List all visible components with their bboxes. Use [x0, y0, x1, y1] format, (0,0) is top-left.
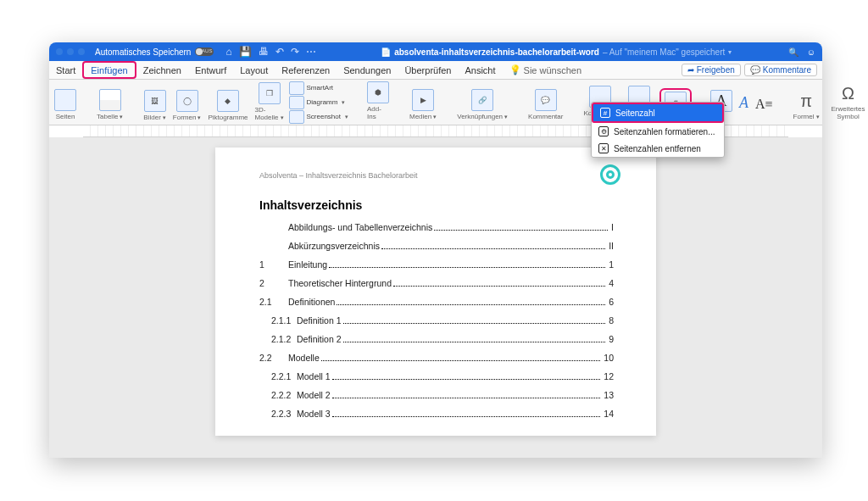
addins-icon: ⬢ [367, 81, 389, 103]
max-dot[interactable] [78, 48, 85, 55]
search-icon[interactable]: 🔍 [788, 47, 798, 57]
tab-überprüfen[interactable]: Überprüfen [398, 61, 458, 79]
titlebar-right: 🔍 ☺ [788, 47, 815, 57]
home-icon[interactable]: ⌂ [225, 46, 231, 58]
doc-name: absolventa-inhaltsverzeichnis-bachelorar… [394, 47, 599, 57]
toc-entry: 2.1.1Definition 18 [259, 315, 614, 326]
undo-icon[interactable]: ↶ [275, 46, 284, 58]
tab-entwurf[interactable]: Entwurf [188, 61, 233, 79]
wordart-icon: A [739, 94, 748, 112]
tab-ansicht[interactable]: Ansicht [458, 61, 502, 79]
toc-leader [332, 379, 601, 380]
page[interactable]: Absolventa – Inhaltsverzeichnis Bachelor… [215, 148, 656, 436]
icons-button[interactable]: ◆Piktogramme [206, 90, 249, 124]
toc-text: Definitionen [288, 297, 335, 307]
table-icon [99, 89, 121, 111]
addins-button[interactable]: ⬢Add-Ins [365, 81, 391, 123]
diagram-button[interactable]: Diagramm▾ [289, 96, 348, 109]
title-bar: Automatisches Speichern AUS ⌂ 💾 🖶 ↶ ↷ ⋯ … [49, 42, 822, 61]
autosave-toggle[interactable]: Automatisches Speichern AUS [95, 47, 214, 57]
comment-button[interactable]: 💬Kommentar [526, 81, 565, 123]
screenshot-icon [289, 110, 304, 124]
pictogram-icon: ◆ [217, 90, 239, 112]
toc-page: 14 [604, 409, 614, 419]
word-icon: 📄 [381, 47, 391, 57]
absolventa-logo [600, 164, 620, 185]
toc-entry: Abbildungs- und TabellenverzeichnisI [259, 222, 614, 233]
screenshot-button[interactable]: Screenshot▾ [289, 110, 348, 124]
symbol-button[interactable]: ΩErweitertes Symbol [830, 81, 867, 123]
document-canvas[interactable]: Absolventa – Inhaltsverzeichnis Bachelor… [49, 137, 822, 458]
toc-text: Abkürzungsverzeichnis [288, 241, 380, 251]
link-icon: 🔗 [471, 89, 493, 111]
toc-text: Modell 1 [297, 371, 331, 381]
min-dot[interactable] [67, 48, 74, 55]
comments-button[interactable]: 💬Kommentare [744, 64, 817, 76]
traffic-lights[interactable] [56, 48, 85, 55]
toc-entry: 2.2.3Modell 314 [259, 409, 614, 420]
toc-text: Abbildungs- und Tabellenverzeichnis [288, 222, 432, 232]
equation-button[interactable]: πFormel▾ [792, 81, 821, 123]
toc-number: 1 [259, 259, 288, 270]
toggle-switch[interactable]: AUS [195, 47, 214, 56]
toc-entry: AbkürzungsverzeichnisII [259, 241, 614, 252]
toc-text: Modell 2 [297, 390, 331, 400]
tab-start[interactable]: Start [49, 61, 82, 79]
dd-remove[interactable]: ✕Seitenzahlen entfernen [592, 140, 724, 157]
media-icon: ▶ [412, 89, 434, 111]
toc-entry: 2.2Modelle10 [259, 353, 614, 364]
redo-icon[interactable]: ↷ [291, 46, 299, 58]
chevron-down-icon[interactable]: ▾ [728, 48, 732, 56]
share-button[interactable]: ➦Freigeben [682, 64, 741, 76]
tab-sendungen[interactable]: Sendungen [337, 61, 398, 79]
dropcap-button[interactable]: A≡ [754, 97, 775, 114]
save-icon[interactable]: 💾 [239, 46, 252, 58]
more-icon[interactable]: ⋯ [306, 46, 316, 58]
tab-einfügen[interactable]: Einfügen [82, 61, 136, 79]
print-icon[interactable]: 🖶 [259, 46, 269, 58]
toc-leader [329, 267, 605, 268]
toc-page: 13 [604, 390, 614, 400]
shapes-button[interactable]: ◯Formen▾ [171, 90, 203, 124]
media-button[interactable]: ▶Medien▾ [408, 81, 438, 123]
toc-text: Einleitung [288, 259, 327, 270]
comment-icon: 💬 [750, 65, 760, 75]
smartart-button[interactable]: SmartArt [289, 81, 348, 95]
cube-icon: ❒ [259, 82, 281, 104]
table-group[interactable]: Tabelle▾ [95, 81, 125, 123]
tell-me-label: Sie wünschen [524, 65, 582, 75]
wordart-button[interactable]: A [737, 94, 750, 114]
toc-leader [343, 342, 606, 342]
toc-text: Definition 1 [297, 315, 342, 326]
tab-referenzen[interactable]: Referenzen [275, 61, 337, 79]
toc-number: 2.2.2 [259, 390, 297, 400]
toc-number: 2.1.2 [259, 334, 297, 344]
toc-entry: 2.1.2Definition 29 [259, 334, 614, 345]
pages-group[interactable]: Seiten [53, 81, 78, 123]
toc-page: 12 [604, 371, 614, 381]
toc-page: II [609, 241, 614, 251]
toc-leader [332, 416, 601, 417]
toc-text: Theoretischer Hintergrund [288, 278, 392, 288]
shapes-icon: ◯ [176, 90, 198, 112]
links-button[interactable]: 🔗Verknüpfungen▾ [455, 81, 509, 123]
toc-number: 2 [259, 278, 288, 288]
dd-format[interactable]: ⚙Seitenzahlen formatieren... [592, 123, 724, 140]
toc-leader [434, 230, 608, 231]
toc-page: 6 [609, 297, 614, 307]
tab-zeichnen[interactable]: Zeichnen [136, 61, 188, 79]
toc-page: 1 [609, 259, 614, 270]
doc-header-text: Absolventa – Inhaltsverzeichnis Bachelor… [259, 171, 614, 180]
comment-bubble-icon: 💬 [535, 89, 557, 111]
tell-me[interactable]: 💡 Sie wünschen [503, 61, 589, 79]
word-window: Automatisches Speichern AUS ⌂ 💾 🖶 ↶ ↷ ⋯ … [49, 42, 822, 458]
pictures-button[interactable]: 🖼Bilder▾ [142, 90, 167, 124]
emoji-icon[interactable]: ☺ [807, 47, 815, 57]
toc-leader [337, 304, 605, 305]
3d-button[interactable]: ❒3D-Modelle▾ [253, 82, 286, 124]
tab-layout[interactable]: Layout [233, 61, 275, 79]
toc-entry: 2.1Definitionen6 [259, 297, 614, 308]
close-dot[interactable] [56, 48, 63, 55]
chart-icon [289, 96, 304, 109]
dd-seitenzahl[interactable]: #Seitenzahl [592, 103, 724, 123]
